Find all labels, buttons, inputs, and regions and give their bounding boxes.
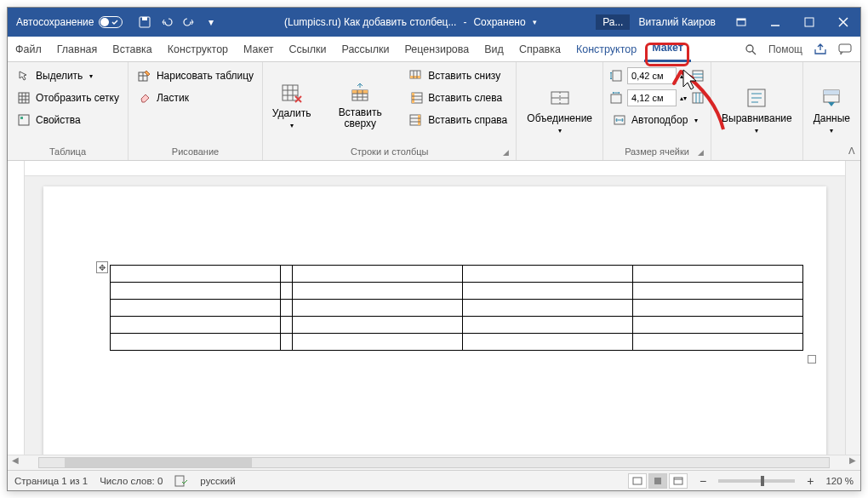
spellcheck-icon[interactable] [174, 475, 188, 487]
draw-table-button[interactable]: Нарисовать таблицу [134, 66, 257, 86]
tab-view[interactable]: Вид [477, 37, 511, 62]
autosave-toggle[interactable] [99, 16, 123, 28]
zoom-slider[interactable] [718, 479, 795, 483]
insert-right-icon [408, 112, 424, 128]
table-row [111, 317, 803, 334]
document-scroll[interactable]: ✥ [25, 161, 845, 455]
redo-icon[interactable] [182, 15, 196, 29]
comments-icon[interactable] [838, 43, 852, 55]
group-rows-cols: Удалить▾ Вставить сверху Вставить снизу … [263, 62, 517, 160]
insert-left-icon [408, 90, 424, 106]
save-icon[interactable] [138, 15, 151, 29]
svg-rect-49 [613, 71, 621, 81]
collapse-ribbon-icon[interactable]: ᐱ [848, 146, 855, 157]
scrollbar-thumb[interactable] [65, 458, 252, 467]
group-draw-label: Рисование [134, 145, 257, 158]
horizontal-ruler[interactable] [25, 161, 845, 176]
help-label[interactable]: Помощ [768, 43, 802, 55]
dialog-launcher-icon[interactable]: ◢ [698, 148, 704, 157]
distribute-cols-icon[interactable] [690, 90, 705, 106]
svg-rect-1 [142, 17, 147, 20]
tab-layout[interactable]: Макет [236, 37, 281, 62]
eraser-button[interactable]: Ластик [134, 88, 257, 108]
delete-button[interactable]: Удалить▾ [268, 66, 315, 145]
document-area: ✥ [8, 161, 860, 455]
tab-table-design[interactable]: Конструктор [568, 37, 644, 62]
autosave-section: Автосохранение [8, 16, 131, 28]
page[interactable]: ✥ [43, 186, 826, 455]
merge-button[interactable]: Объединение▾ [522, 66, 597, 155]
statusbar: Страница 1 из 1 Число слов: 0 русский − … [8, 470, 860, 490]
saved-status: Сохранено [473, 16, 525, 28]
ribbon-display-icon[interactable] [724, 8, 758, 37]
close-icon[interactable] [826, 8, 860, 37]
tab-home[interactable]: Главная [49, 37, 106, 62]
share-icon[interactable] [813, 42, 828, 57]
tab-file[interactable]: Файл [8, 37, 49, 62]
view-print-icon[interactable] [648, 473, 667, 489]
minimize-icon[interactable] [758, 8, 792, 37]
pencil-table-icon [137, 68, 152, 83]
vertical-ruler[interactable] [8, 161, 25, 455]
tab-review[interactable]: Рецензирова [397, 37, 477, 62]
data-button[interactable]: Данные▾ [808, 66, 855, 155]
autofit-button[interactable]: Автоподбор▾ [608, 110, 705, 130]
insert-above-button[interactable]: Вставить сверху [318, 66, 402, 145]
document-table[interactable] [110, 265, 803, 351]
page-indicator[interactable]: Страница 1 из 1 [14, 476, 88, 486]
gridlines-button[interactable]: Отобразить сетку [13, 88, 123, 108]
titlebar: Автосохранение ▾ (Lumpics.ru) Как добави… [8, 8, 860, 37]
table-resize-handle[interactable] [808, 355, 816, 363]
dialog-launcher-icon[interactable]: ◢ [503, 148, 509, 157]
svg-rect-39 [412, 93, 414, 103]
maximize-icon[interactable] [792, 8, 826, 37]
tab-design[interactable]: Конструктор [160, 37, 236, 62]
ribbon: Выделить▾ Отобразить сетку Свойства Табл… [8, 62, 860, 161]
tab-insert[interactable]: Вставка [105, 37, 159, 62]
svg-rect-64 [824, 90, 839, 94]
zoom-out-icon[interactable]: − [700, 474, 706, 488]
row-height-input[interactable]: 0,42 см [627, 67, 677, 84]
svg-rect-65 [175, 476, 184, 486]
user-name[interactable]: Виталий Каиров [630, 16, 724, 28]
col-width-input[interactable]: 4,12 см [627, 89, 677, 106]
svg-rect-16 [19, 115, 29, 125]
view-web-icon[interactable] [669, 473, 688, 489]
svg-rect-35 [410, 76, 420, 78]
alignment-button[interactable]: Выравнивание▾ [717, 66, 797, 155]
zoom-level[interactable]: 120 % [825, 476, 854, 486]
distribute-rows-icon[interactable] [690, 68, 705, 83]
svg-line-9 [752, 51, 756, 54]
tab-references[interactable]: Ссылки [281, 37, 334, 62]
vertical-scrollbar[interactable] [845, 161, 860, 455]
group-table: Выделить▾ Отобразить сетку Свойства Табл… [8, 62, 128, 160]
select-button[interactable]: Выделить▾ [13, 66, 123, 86]
insert-below-button[interactable]: Вставить снизу [405, 66, 511, 86]
search-icon[interactable] [743, 42, 758, 57]
table-move-handle[interactable]: ✥ [96, 261, 108, 273]
zoom-in-icon[interactable]: + [807, 474, 814, 488]
word-count[interactable]: Число слов: 0 [100, 476, 163, 486]
insert-left-button[interactable]: Вставить слева [405, 88, 511, 108]
qat-dropdown-icon[interactable]: ▾ [204, 15, 218, 29]
insert-right-button[interactable]: Вставить справа [405, 110, 511, 130]
tab-table-layout[interactable]: Макет [644, 37, 691, 62]
properties-button[interactable]: Свойства [13, 110, 123, 130]
language-indicator[interactable]: русский [200, 476, 235, 486]
tab-mailings[interactable]: Рассылки [334, 37, 397, 62]
delete-table-icon [280, 81, 304, 105]
account-badge[interactable]: Ра... [596, 14, 630, 30]
horizontal-scrollbar[interactable]: ◀ ▶ [8, 455, 860, 470]
group-cellsize-label: Размер ячейки◢ [608, 145, 705, 158]
table-row [111, 266, 803, 283]
svg-rect-10 [839, 44, 851, 52]
insert-below-icon [408, 68, 424, 83]
svg-rect-11 [19, 93, 29, 103]
svg-rect-17 [20, 117, 23, 119]
undo-icon[interactable] [160, 15, 174, 29]
view-focus-icon[interactable] [628, 473, 647, 489]
tab-help[interactable]: Справка [511, 37, 568, 62]
view-buttons [628, 473, 688, 489]
table-row [111, 283, 803, 300]
align-icon [745, 86, 768, 110]
